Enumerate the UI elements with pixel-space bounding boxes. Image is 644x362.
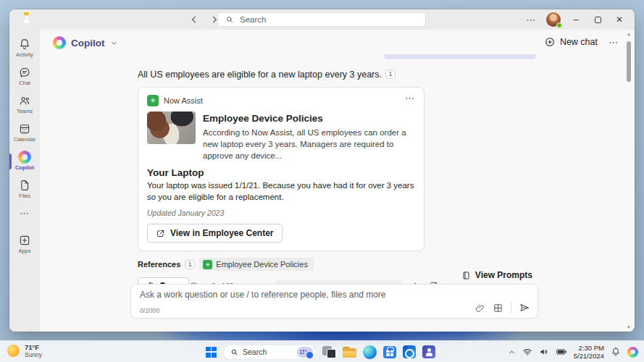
send-button[interactable] <box>519 302 530 313</box>
message-composer: 0/2000 <box>130 284 538 319</box>
maximize-button[interactable] <box>588 10 607 29</box>
sidebar-item-apps[interactable]: Apps <box>9 230 40 258</box>
calendar-icon <box>18 122 31 135</box>
copilot-icon <box>18 151 31 164</box>
chat-bubble-icon <box>18 66 31 79</box>
sidebar-item-files[interactable]: Files <box>9 175 40 203</box>
article-thumbnail <box>147 111 196 144</box>
tray-chevron-up-icon[interactable] <box>508 348 516 356</box>
reference-number-badge: 1 <box>185 260 195 269</box>
citation-badge[interactable]: 1 <box>385 70 396 79</box>
clock-date: 5/21/2024 <box>574 352 604 360</box>
taskbar-search-label: Search <box>243 348 267 356</box>
copilot-icon <box>53 36 66 49</box>
volume-icon[interactable] <box>539 347 549 357</box>
start-button[interactable] <box>206 347 217 358</box>
presence-indicator <box>556 22 562 28</box>
search-highlights-icon <box>297 347 313 358</box>
top-search-box[interactable]: Search <box>217 12 426 27</box>
microsoft-store-icon[interactable] <box>383 346 396 358</box>
taskbar-clock[interactable]: 2:30 PM 5/21/2024 <box>574 344 604 361</box>
scroll-down-arrow[interactable]: ▼ <box>624 325 633 329</box>
scroll-up-arrow[interactable]: ▲ <box>624 32 633 36</box>
source-name: Now Assist <box>164 96 203 105</box>
copilot-pane: Copilot New chat ⋯ All US employees are … <box>40 30 635 332</box>
document-icon <box>18 179 31 192</box>
people-icon <box>18 94 31 107</box>
updated-label: Updated January 2023 <box>147 209 415 217</box>
teams-app-icon <box>21 14 33 25</box>
sidebar-item-chat[interactable]: Chat <box>9 62 40 90</box>
references-row: References 1 ✳ Employee Device Policies <box>138 258 425 271</box>
now-assist-icon: ✳ <box>203 260 212 269</box>
char-counter: 0/2000 <box>140 307 160 314</box>
external-link-icon <box>156 229 165 238</box>
extensions-grid-icon[interactable] <box>493 303 503 313</box>
card-more-button[interactable]: ⋯ <box>405 93 415 103</box>
prompt-book-icon <box>461 271 471 280</box>
bell-icon <box>18 38 31 51</box>
view-in-employee-center-button[interactable]: View in Employee Center <box>147 224 283 243</box>
now-assist-icon: ✳ <box>147 95 159 106</box>
teams-taskbar-icon[interactable] <box>422 345 435 358</box>
attach-icon[interactable] <box>474 303 485 313</box>
windows-copilot-icon[interactable] <box>627 347 638 358</box>
titlebar-more-button[interactable]: ⋯ <box>522 10 540 29</box>
apps-plus-icon <box>18 234 31 247</box>
section-heading: Your Laptop <box>147 167 415 178</box>
reference-chip[interactable]: ✳ Employee Device Policies <box>199 258 314 271</box>
reference-card: ✳ Now Assist ⋯ Employee Device Policies … <box>138 87 425 251</box>
minimize-button[interactable]: – <box>566 10 585 29</box>
notifications-bell-icon[interactable] <box>611 347 621 357</box>
sidebar-item-copilot[interactable]: Copilot <box>9 147 40 175</box>
battery-icon[interactable] <box>556 346 567 358</box>
sidebar-item-teams[interactable]: Teams <box>9 90 40 119</box>
scrollbar[interactable]: ▲ ▼ <box>624 32 633 329</box>
article-snippet: According to Now Assist, all US employee… <box>203 127 415 161</box>
close-button[interactable]: ✕ <box>610 10 629 29</box>
rail-more-button[interactable]: ⋯ <box>20 203 30 223</box>
weather-condition: Sunny <box>25 351 42 358</box>
avatar[interactable] <box>546 12 561 27</box>
taskbar-weather-widget[interactable]: 71°F Sunny <box>7 343 42 359</box>
view-prompts-button[interactable]: View Prompts <box>461 270 532 280</box>
composer-divider <box>511 302 511 313</box>
weather-temp: 71°F <box>25 343 42 351</box>
message-input[interactable] <box>140 290 451 303</box>
sun-icon <box>7 345 20 357</box>
outlook-icon[interactable] <box>403 345 416 358</box>
chat-more-button[interactable]: ⋯ <box>609 38 619 47</box>
task-view-button[interactable] <box>322 346 336 358</box>
copilot-header[interactable]: Copilot <box>53 36 118 49</box>
titlebar: Search ⋯ – ✕ <box>9 9 635 30</box>
edge-browser-icon[interactable] <box>363 345 377 359</box>
search-icon <box>225 15 234 24</box>
taskbar-search[interactable]: Search <box>223 345 316 360</box>
message-thread: All US employees are eligible for a new … <box>138 70 425 295</box>
file-explorer-icon[interactable] <box>343 346 356 358</box>
scrollbar-thumb[interactable] <box>627 41 631 82</box>
back-button[interactable] <box>188 12 201 27</box>
section-body: Your laptop was issued 1/1/21. Because y… <box>147 180 415 203</box>
new-chat-plus-icon <box>544 36 556 48</box>
sidebar-item-activity[interactable]: Activity <box>9 34 40 62</box>
assistant-answer: All US employees are eligible for a new … <box>138 70 425 80</box>
previous-message-bubble <box>384 54 536 59</box>
page-title: Copilot <box>71 38 105 49</box>
chevron-down-icon <box>110 39 118 47</box>
teams-window: Search ⋯ – ✕ Activity Chat Teams <box>9 9 635 332</box>
new-chat-button[interactable]: New chat <box>544 36 598 48</box>
references-label: References <box>138 260 180 269</box>
search-icon <box>230 348 238 356</box>
article-title: Employee Device Policies <box>203 113 415 124</box>
wifi-icon[interactable] <box>522 347 532 357</box>
search-placeholder: Search <box>240 15 266 24</box>
clock-time: 2:30 PM <box>574 344 604 352</box>
app-rail: Activity Chat Teams Calendar Copilot Fil… <box>9 30 40 332</box>
sidebar-item-calendar[interactable]: Calendar <box>9 119 40 147</box>
windows-taskbar: 71°F Sunny Search <box>0 340 644 362</box>
